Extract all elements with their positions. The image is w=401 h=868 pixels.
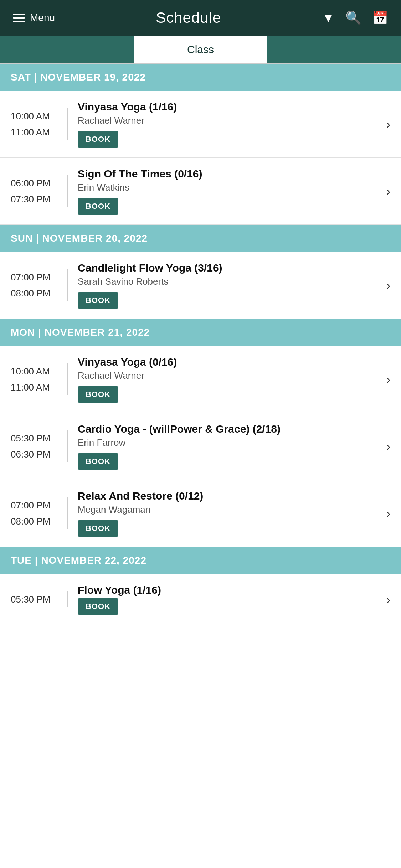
menu-label: Menu bbox=[30, 12, 55, 24]
filter-icon[interactable]: ▼ bbox=[322, 10, 335, 25]
time-block: 10:00 AM11:00 AM bbox=[11, 108, 68, 140]
class-name: Candlelight Flow Yoga (3/16) bbox=[78, 262, 379, 274]
start-time: 06:00 PM bbox=[11, 178, 50, 188]
start-time: 07:00 PM bbox=[11, 272, 50, 283]
app-header: Menu Schedule ▼ 🔍 📅 bbox=[0, 0, 401, 36]
end-time: 07:30 PM bbox=[11, 194, 50, 205]
tab-class[interactable]: Class bbox=[134, 36, 267, 63]
date-header-0: SAT | NOVEMBER 19, 2022 bbox=[0, 64, 401, 91]
class-info: Sign Of The Times (0/16)Erin WatkinsBOOK bbox=[78, 168, 379, 215]
book-button[interactable]: BOOK bbox=[78, 292, 118, 309]
class-info: Relax And Restore (0/12)Megan WagamanBOO… bbox=[78, 490, 379, 537]
instructor-name: Sarah Savino Roberts bbox=[78, 276, 379, 287]
time-block: 05:30 PM bbox=[11, 591, 68, 607]
chevron-right-icon[interactable]: › bbox=[386, 439, 390, 453]
schedule-content: SAT | NOVEMBER 19, 202210:00 AM11:00 AMV… bbox=[0, 64, 401, 625]
book-button[interactable]: BOOK bbox=[78, 520, 118, 537]
start-time: 05:30 PM bbox=[11, 594, 50, 605]
start-time: 10:00 AM bbox=[11, 366, 50, 377]
class-info: Flow Yoga (1/16)BOOK bbox=[78, 584, 379, 615]
hamburger-icon bbox=[13, 14, 25, 22]
menu-button[interactable]: Menu bbox=[13, 12, 55, 24]
tab-right[interactable] bbox=[267, 36, 401, 63]
book-button[interactable]: BOOK bbox=[78, 131, 118, 148]
class-item: 05:30 PM06:30 PMCardio Yoga - (willPower… bbox=[0, 413, 401, 480]
instructor-name: Megan Wagaman bbox=[78, 504, 379, 515]
book-button[interactable]: BOOK bbox=[78, 198, 118, 215]
class-item: 10:00 AM11:00 AMVinyasa Yoga (0/16)Racha… bbox=[0, 346, 401, 413]
book-button[interactable]: BOOK bbox=[78, 598, 118, 615]
chevron-right-icon[interactable]: › bbox=[386, 506, 390, 520]
class-name: Cardio Yoga - (willPower & Grace) (2/18) bbox=[78, 423, 379, 435]
date-header-2: MON | NOVEMBER 21, 2022 bbox=[0, 319, 401, 346]
start-time: 07:00 PM bbox=[11, 500, 50, 511]
end-time: 06:30 PM bbox=[11, 449, 50, 460]
page-title: Schedule bbox=[156, 9, 221, 26]
class-info: Vinyasa Yoga (1/16)Rachael WarnerBOOK bbox=[78, 101, 379, 148]
class-name: Flow Yoga (1/16) bbox=[78, 584, 379, 596]
chevron-right-icon[interactable]: › bbox=[386, 593, 390, 606]
end-time: 08:00 PM bbox=[11, 288, 50, 299]
class-item: 06:00 PM07:30 PMSign Of The Times (0/16)… bbox=[0, 158, 401, 225]
start-time: 05:30 PM bbox=[11, 433, 50, 444]
class-item: 10:00 AM11:00 AMVinyasa Yoga (1/16)Racha… bbox=[0, 91, 401, 158]
date-header-1: SUN | NOVEMBER 20, 2022 bbox=[0, 225, 401, 252]
instructor-name: Erin Watkins bbox=[78, 182, 379, 193]
instructor-name: Rachael Warner bbox=[78, 115, 379, 126]
time-block: 05:30 PM06:30 PM bbox=[11, 430, 68, 462]
class-name: Vinyasa Yoga (1/16) bbox=[78, 101, 379, 113]
class-name: Relax And Restore (0/12) bbox=[78, 490, 379, 502]
instructor-name: Erin Farrow bbox=[78, 437, 379, 448]
calendar-icon[interactable]: 📅 bbox=[372, 10, 388, 25]
class-item: 07:00 PM08:00 PMCandlelight Flow Yoga (3… bbox=[0, 252, 401, 319]
instructor-name: Rachael Warner bbox=[78, 370, 379, 381]
time-block: 07:00 PM08:00 PM bbox=[11, 497, 68, 529]
time-block: 06:00 PM07:30 PM bbox=[11, 175, 68, 207]
class-item: 07:00 PM08:00 PMRelax And Restore (0/12)… bbox=[0, 480, 401, 547]
chevron-right-icon[interactable]: › bbox=[386, 184, 390, 198]
tab-bar: Class bbox=[0, 36, 401, 64]
end-time: 11:00 AM bbox=[11, 127, 50, 138]
time-block: 07:00 PM08:00 PM bbox=[11, 269, 68, 301]
end-time: 08:00 PM bbox=[11, 516, 50, 527]
book-button[interactable]: BOOK bbox=[78, 453, 118, 470]
search-icon[interactable]: 🔍 bbox=[345, 10, 361, 25]
end-time: 11:00 AM bbox=[11, 382, 50, 393]
class-name: Vinyasa Yoga (0/16) bbox=[78, 356, 379, 368]
start-time: 10:00 AM bbox=[11, 111, 50, 122]
book-button[interactable]: BOOK bbox=[78, 386, 118, 403]
header-actions: ▼ 🔍 📅 bbox=[322, 10, 388, 25]
tab-left[interactable] bbox=[0, 36, 134, 63]
class-item: 05:30 PMFlow Yoga (1/16)BOOK› bbox=[0, 574, 401, 625]
time-block: 10:00 AM11:00 AM bbox=[11, 363, 68, 395]
date-header-3: TUE | NOVEMBER 22, 2022 bbox=[0, 547, 401, 574]
class-info: Vinyasa Yoga (0/16)Rachael WarnerBOOK bbox=[78, 356, 379, 403]
chevron-right-icon[interactable]: › bbox=[386, 278, 390, 292]
class-name: Sign Of The Times (0/16) bbox=[78, 168, 379, 180]
class-info: Candlelight Flow Yoga (3/16)Sarah Savino… bbox=[78, 262, 379, 309]
chevron-right-icon[interactable]: › bbox=[386, 372, 390, 386]
chevron-right-icon[interactable]: › bbox=[386, 117, 390, 131]
class-info: Cardio Yoga - (willPower & Grace) (2/18)… bbox=[78, 423, 379, 470]
